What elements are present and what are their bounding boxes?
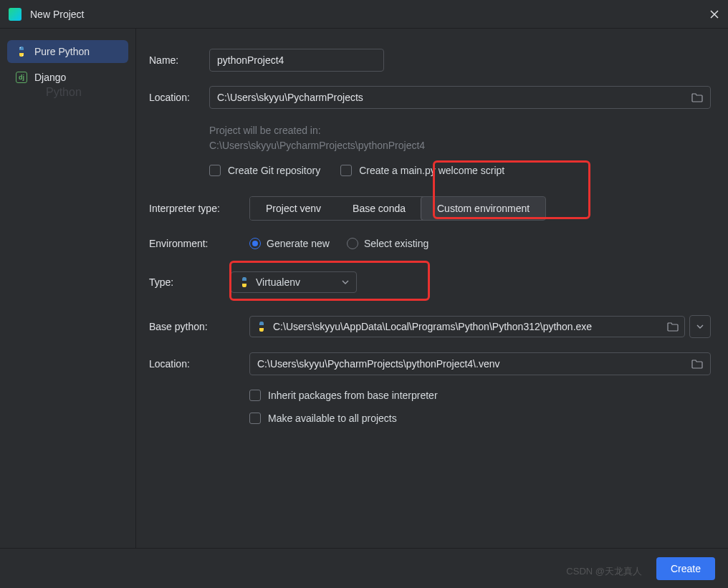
available-checkbox-label: Make available to all projects: [268, 413, 397, 424]
name-input[interactable]: [209, 49, 384, 72]
footer: Create: [0, 548, 728, 588]
name-row: Name:: [149, 49, 711, 72]
svg-point-0: [19, 47, 21, 49]
virtualenv-icon: [239, 276, 250, 288]
checkbox-box-icon: [340, 165, 352, 176]
close-icon[interactable]: [709, 9, 719, 19]
name-label: Name:: [149, 54, 209, 66]
venv-location-input-wrapper: [249, 352, 711, 375]
sidebar-item-label: Pure Python: [34, 46, 90, 57]
base-python-row: Base python:: [149, 315, 711, 338]
type-value: Virtualenv: [256, 276, 300, 288]
python-icon: [256, 321, 267, 332]
inherit-checkbox-label: Inherit packages from base interpreter: [268, 390, 438, 401]
content-panel: Name: Location: Project will be created …: [136, 29, 728, 548]
checkbox-box-icon: [209, 165, 221, 176]
dialog-title: New Project: [30, 9, 84, 20]
radio-select-existing[interactable]: Select existing: [347, 238, 428, 249]
pycharm-icon: [9, 8, 21, 21]
folder-icon[interactable]: [667, 322, 679, 332]
django-icon: dj: [16, 72, 27, 83]
interpreter-segmented: Project venv Base conda Custom environme…: [249, 196, 546, 221]
hint-line-2: C:\Users\skyyu\PycharmProjects\pythonPro…: [209, 138, 711, 153]
location-input[interactable]: [217, 92, 687, 103]
hint-line-1: Project will be created in:: [209, 123, 711, 138]
location-row: Location:: [149, 86, 711, 109]
environment-radios: Generate new Select existing: [249, 238, 428, 249]
git-checkbox-label: Create Git repository: [228, 165, 320, 176]
interpreter-row: Interpreter type: Project venv Base cond…: [149, 196, 711, 221]
available-checkbox[interactable]: Make available to all projects: [249, 413, 711, 424]
main-area: Pure Python Python dj Django Name: Locat…: [0, 29, 728, 548]
base-python-dropdown-button[interactable]: [689, 315, 711, 338]
seg-base-conda[interactable]: Base conda: [337, 197, 421, 220]
checkbox-row-1: Create Git repository Create a main.py w…: [209, 165, 711, 176]
mainpy-checkbox[interactable]: Create a main.py welcome script: [340, 165, 504, 176]
environment-label: Environment:: [149, 238, 249, 249]
folder-icon[interactable]: [691, 359, 703, 369]
venv-location-label: Location:: [149, 358, 249, 370]
checkbox-row-2: Inherit packages from base interpreter M…: [249, 390, 711, 424]
seg-custom-env[interactable]: Custom environment: [421, 196, 546, 221]
sidebar-item-django[interactable]: dj Django: [7, 66, 128, 89]
git-checkbox[interactable]: Create Git repository: [209, 165, 320, 176]
sidebar-item-pure-python[interactable]: Pure Python: [7, 40, 128, 63]
sidebar-item-label: Django: [34, 72, 66, 83]
radio-dot-icon: [347, 238, 358, 249]
location-input-wrapper: [209, 86, 711, 109]
inherit-checkbox[interactable]: Inherit packages from base interpreter: [249, 390, 711, 401]
sidebar: Pure Python Python dj Django: [0, 29, 136, 548]
environment-row: Environment: Generate new Select existin…: [149, 238, 711, 249]
creation-hint: Project will be created in: C:\Users\sky…: [209, 123, 711, 153]
checkbox-box-icon: [249, 413, 261, 424]
base-python-input[interactable]: [273, 321, 657, 332]
seg-project-venv[interactable]: Project venv: [250, 197, 337, 220]
base-python-label: Base python:: [149, 321, 249, 332]
create-button[interactable]: Create: [656, 557, 715, 580]
checkbox-box-icon: [249, 390, 261, 401]
venv-location-input[interactable]: [257, 358, 687, 370]
type-dropdown[interactable]: Virtualenv: [231, 271, 357, 293]
folder-icon[interactable]: [691, 92, 703, 102]
radio-dot-icon: [249, 238, 261, 249]
python-icon: [16, 46, 27, 57]
type-label: Type:: [136, 276, 231, 288]
venv-location-row: Location:: [149, 352, 711, 375]
titlebar: New Project: [0, 0, 728, 29]
radio-existing-label: Select existing: [364, 238, 428, 249]
location-label: Location:: [149, 92, 209, 103]
chevron-down-icon: [342, 280, 349, 284]
mainpy-checkbox-label: Create a main.py welcome script: [359, 165, 504, 176]
radio-generate-label: Generate new: [267, 238, 330, 249]
svg-point-1: [22, 54, 24, 56]
base-python-input-wrapper: [249, 316, 685, 337]
radio-generate-new[interactable]: Generate new: [249, 238, 330, 249]
interpreter-label: Interpreter type:: [149, 203, 249, 214]
